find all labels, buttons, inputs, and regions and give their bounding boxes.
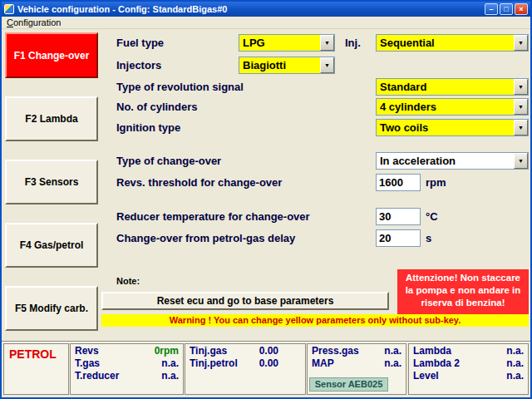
app-window: Vehicle configuration - Config: Standard…	[0, 0, 532, 399]
chevron-down-icon[interactable]: ▼	[514, 99, 528, 115]
lambda-label: Lambda	[413, 345, 451, 357]
maximize-icon[interactable]: □	[500, 3, 513, 15]
changeover-value: In acceleration	[377, 153, 514, 169]
changeover-label: Type of change-over	[116, 155, 221, 167]
sidebar-button-f3-sensors[interactable]: F3 Sensors	[5, 160, 98, 204]
sidebar-button-f4-gas-petrol[interactable]: F4 Gas/petrol	[5, 223, 98, 268]
reducer-temp-input[interactable]	[376, 208, 421, 225]
tinj-petrol-value: 0.00	[259, 357, 278, 369]
chevron-down-icon[interactable]: ▼	[514, 35, 528, 51]
fuel-type-label: Fuel type	[116, 37, 164, 49]
ignition-select[interactable]: Two coils ▼	[376, 119, 529, 136]
revs-value: 0rpm	[155, 345, 179, 357]
delay-unit: s	[426, 232, 431, 244]
chevron-down-icon[interactable]: ▼	[514, 153, 528, 169]
injectors-label: Injectors	[116, 59, 161, 71]
tinj-petrol-label: Tinj.petrol	[190, 357, 238, 369]
tinj-gas-value: 0.00	[259, 345, 278, 357]
chevron-down-icon[interactable]: ▼	[320, 35, 334, 51]
app-icon	[4, 4, 14, 14]
status-cell-pressure: Press.gas n.a. MAP n.a. Sensor AEB025	[307, 343, 406, 395]
injectors-value: Biagiotti	[239, 57, 320, 73]
sidebar-button-f2-lambda[interactable]: F2 Lambda	[5, 96, 98, 141]
fuel-mode-indicator: PETROL	[4, 344, 68, 361]
divider	[2, 341, 530, 342]
status-cell-injection: Tinj.gas 0.00 Tinj.petrol 0.00	[185, 343, 306, 395]
reset-ecu-button[interactable]: Reset ecu and go to base parameters	[101, 292, 389, 310]
status-cell-engine: Revs 0rpm T.gas n.a. T.reducer n.a.	[70, 343, 184, 395]
reducer-temp-label: Reducer temperature for change-over	[116, 210, 310, 223]
tgas-value: n.a.	[161, 357, 179, 369]
ignition-value: Two coils	[377, 120, 514, 135]
cylinders-select[interactable]: 4 cylinders ▼	[376, 98, 529, 116]
rev-signal-label: Type of revolution signal	[116, 81, 244, 93]
inj-value: Sequential	[377, 35, 514, 51]
window-title: Vehicle configuration - Config: Standard…	[17, 4, 485, 14]
close-icon[interactable]: ×	[515, 3, 528, 15]
level-label: Level	[413, 370, 439, 382]
delay-label: Change-over from petrol-gas delay	[116, 232, 295, 244]
lambda-value: n.a.	[506, 345, 524, 357]
rev-signal-value: Standard	[377, 79, 514, 95]
revs-threshold-label: Revs. threshold for change-over	[116, 176, 282, 189]
level-value: n.a.	[506, 370, 524, 382]
treducer-value: n.a.	[161, 370, 179, 382]
status-cell-lambda: Lambda n.a. Lambda 2 n.a. Level n.a.	[408, 343, 529, 395]
chevron-down-icon[interactable]: ▼	[514, 120, 528, 135]
delay-input[interactable]	[376, 229, 421, 247]
fuel-type-select[interactable]: LPG ▼	[239, 34, 335, 52]
tinj-gas-label: Tinj.gas	[190, 345, 227, 357]
treducer-label: T.reducer	[75, 370, 119, 382]
chevron-down-icon[interactable]: ▼	[320, 57, 334, 73]
attention-box: Attenzione! Non staccare la pompa e non …	[397, 269, 529, 314]
revs-threshold-unit: rpm	[426, 176, 446, 189]
reducer-temp-unit: °C	[426, 210, 438, 223]
cylinders-value: 4 cylinders	[377, 99, 514, 115]
map-label: MAP	[312, 357, 334, 369]
titlebar: Vehicle configuration - Config: Standard…	[2, 2, 530, 17]
ignition-label: Ignition type	[116, 121, 180, 134]
press-gas-value: n.a.	[384, 345, 401, 357]
chevron-down-icon[interactable]: ▼	[514, 79, 528, 95]
lambda2-value: n.a.	[506, 357, 524, 369]
warning-bar: Warning ! You can change yellow paramete…	[101, 314, 529, 327]
note-label: Note:	[116, 276, 140, 286]
status-cell-mode: PETROL	[3, 343, 69, 395]
map-value: n.a.	[384, 357, 401, 369]
inj-label: Inj.	[345, 37, 361, 49]
lambda2-label: Lambda 2	[413, 357, 460, 369]
revs-label: Revs	[75, 345, 99, 357]
cylinders-label: No. of cylinders	[116, 101, 198, 113]
rev-signal-select[interactable]: Standard ▼	[376, 78, 529, 96]
fuel-type-value: LPG	[239, 35, 320, 51]
sidebar-button-f5-modify-carb[interactable]: F5 Modify carb.	[5, 286, 98, 331]
menubar: Configuration	[2, 17, 530, 29]
minimize-icon[interactable]: –	[485, 3, 498, 15]
injectors-select[interactable]: Biagiotti ▼	[239, 57, 335, 74]
changeover-select[interactable]: In acceleration ▼	[376, 152, 529, 170]
tgas-label: T.gas	[75, 357, 100, 369]
menu-configuration[interactable]: Configuration	[2, 17, 66, 28]
revs-threshold-input[interactable]	[376, 174, 421, 191]
sensor-badge: Sensor AEB025	[309, 377, 388, 392]
press-gas-label: Press.gas	[312, 345, 359, 357]
window-controls: – □ ×	[485, 3, 528, 15]
inj-select[interactable]: Sequential ▼	[376, 34, 529, 52]
sidebar-button-f1-change-over[interactable]: F1 Change-over	[5, 32, 98, 78]
